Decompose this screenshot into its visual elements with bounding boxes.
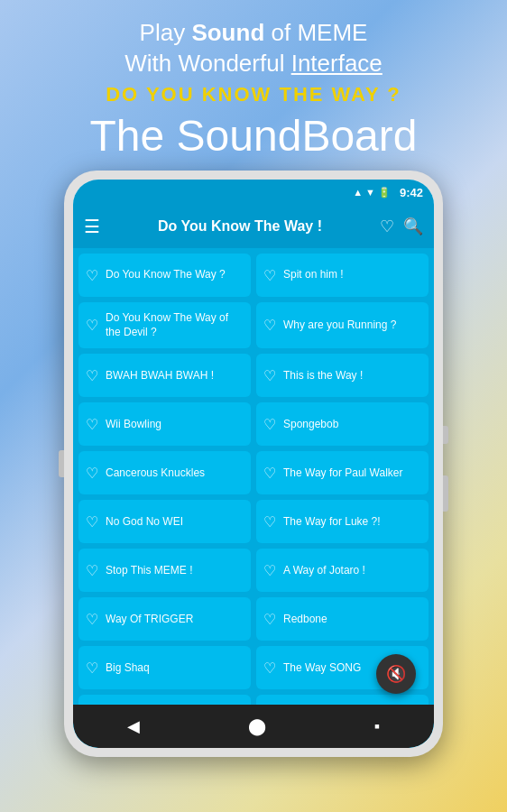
heart-icon-13: ♡	[86, 562, 98, 579]
sound-label-8: Spongebob	[283, 418, 338, 432]
status-bar: ▲ ▼ 🔋 9:42	[73, 180, 434, 205]
header-line1: Play Sound of MEME With Wonderful Interf…	[18, 18, 489, 79]
heart-icon-9: ♡	[86, 465, 98, 482]
status-icons: ▲ ▼ 🔋	[353, 187, 391, 198]
heart-icon-7: ♡	[86, 416, 98, 433]
sound-button-15[interactable]: ♡Way Of TRIGGER	[78, 597, 251, 641]
heart-icon-10: ♡	[263, 465, 276, 482]
play-text: Play	[140, 19, 192, 46]
sound-label-14: A Way of Jotaro !	[283, 564, 365, 578]
heart-icon-16: ♡	[263, 611, 276, 628]
sound-label-18: The Way SONG	[283, 661, 361, 676]
bottom-nav: ◀ ⬤ ▪	[73, 705, 434, 748]
heart-icon-8: ♡	[263, 416, 276, 433]
signal-icon: ▼	[365, 187, 375, 198]
sound-button-12[interactable]: ♡The Way for Luke ?!	[256, 500, 429, 543]
toolbar-title: Do You Know The Way !	[109, 218, 371, 235]
hamburger-icon[interactable]: ☰	[84, 216, 100, 237]
heart-icon-12: ♡	[263, 513, 276, 531]
with-wonderful-text: With Wonderful	[124, 50, 290, 77]
sound-button-11[interactable]: ♡No God No WEI	[78, 500, 251, 543]
header-soundboard: The SoundBoard	[18, 110, 489, 162]
sound-button-2[interactable]: ♡Spit on him !	[256, 254, 429, 297]
search-toolbar-icon[interactable]: 🔍	[403, 217, 423, 236]
recents-icon[interactable]: ▪	[374, 717, 380, 736]
sound-label-12: The Way for Luke ?!	[283, 515, 381, 530]
phone-mockup: ▲ ▼ 🔋 9:42 ☰ Do You Know The Way ! ♡ 🔍 ♡…	[64, 171, 443, 757]
sound-button-17[interactable]: ♡Big Shaq	[78, 646, 251, 689]
heart-icon-17: ♡	[86, 660, 98, 677]
heart-icon-11: ♡	[86, 513, 98, 531]
back-icon[interactable]: ◀	[127, 716, 140, 736]
app-toolbar: ☰ Do You Know The Way ! ♡ 🔍	[73, 205, 434, 248]
heart-icon-5: ♡	[86, 367, 98, 384]
sound-button-13[interactable]: ♡Stop This MEME !	[78, 549, 251, 592]
sound-button-14[interactable]: ♡A Way of Jotaro !	[256, 549, 429, 592]
sound-label-5: BWAH BWAH BWAH !	[106, 369, 214, 383]
heart-icon-3: ♡	[86, 317, 98, 334]
phone-volume-button	[59, 450, 64, 477]
header-area: Play Sound of MEME With Wonderful Interf…	[0, 0, 507, 171]
sound-label-3: Do You Know The Way of the Devil ?	[106, 311, 244, 339]
sound-label-15: Way Of TRIGGER	[106, 613, 193, 627]
heart-icon-1: ♡	[86, 267, 98, 284]
of-meme-text: of MEME	[264, 19, 367, 46]
sound-button-8[interactable]: ♡Spongebob	[256, 402, 429, 446]
sound-label-16: Redbone	[283, 613, 327, 627]
sound-button-1[interactable]: ♡Do You Know The Way ?	[78, 254, 251, 297]
phone-power-button	[443, 426, 448, 444]
sound-button-7[interactable]: ♡Wii Bowling	[78, 402, 251, 446]
heart-icon-15: ♡	[86, 611, 98, 628]
sound-label-6: This is the Way !	[283, 369, 363, 383]
heart-icon-18: ♡	[263, 660, 276, 677]
wifi-icon: ▲	[353, 187, 363, 198]
heart-icon-2: ♡	[263, 267, 276, 284]
sound-button-16[interactable]: ♡Redbone	[256, 597, 429, 641]
sound-label-1: Do You Know The Way ?	[106, 268, 226, 282]
sound-text: Sound	[191, 19, 264, 46]
status-time: 9:42	[400, 186, 423, 199]
sound-button-10[interactable]: ♡The Way for Paul Walker	[256, 451, 429, 494]
sound-label-11: No God No WEI	[106, 515, 183, 530]
home-icon[interactable]: ⬤	[248, 716, 266, 736]
sound-button-9[interactable]: ♡Cancerous Knuckles	[78, 451, 251, 494]
phone-camera-button	[443, 475, 448, 512]
sound-label-13: Stop This MEME !	[106, 564, 192, 578]
heart-icon-6: ♡	[263, 367, 276, 384]
sound-label-9: Cancerous Knuckles	[106, 466, 205, 481]
sound-button-3[interactable]: ♡Do You Know The Way of the Devil ?	[78, 302, 251, 348]
interface-text: Interface	[291, 50, 383, 77]
heart-icon-4: ♡	[263, 317, 276, 334]
header-yellow: DO YOU KNOW THE WAY ?	[18, 83, 489, 106]
heart-toolbar-icon[interactable]: ♡	[380, 217, 394, 236]
sound-label-10: The Way for Paul Walker	[283, 466, 402, 481]
sound-button-5[interactable]: ♡BWAH BWAH BWAH !	[78, 354, 251, 397]
heart-icon-14: ♡	[263, 562, 276, 579]
sound-button-4[interactable]: ♡Why are you Running ?	[256, 302, 429, 348]
sound-label-2: Spit on him !	[283, 268, 344, 282]
volume-off-fab[interactable]: 🔇	[376, 654, 416, 694]
sound-label-7: Wii Bowling	[106, 418, 161, 432]
volume-off-icon: 🔇	[386, 664, 406, 684]
sound-button-6[interactable]: ♡This is the Way !	[256, 354, 429, 397]
phone-screen: ▲ ▼ 🔋 9:42 ☰ Do You Know The Way ! ♡ 🔍 ♡…	[73, 180, 434, 748]
battery-icon: 🔋	[378, 187, 391, 198]
sound-label-4: Why are you Running ?	[283, 318, 396, 333]
sound-label-17: Big Shaq	[106, 661, 150, 676]
